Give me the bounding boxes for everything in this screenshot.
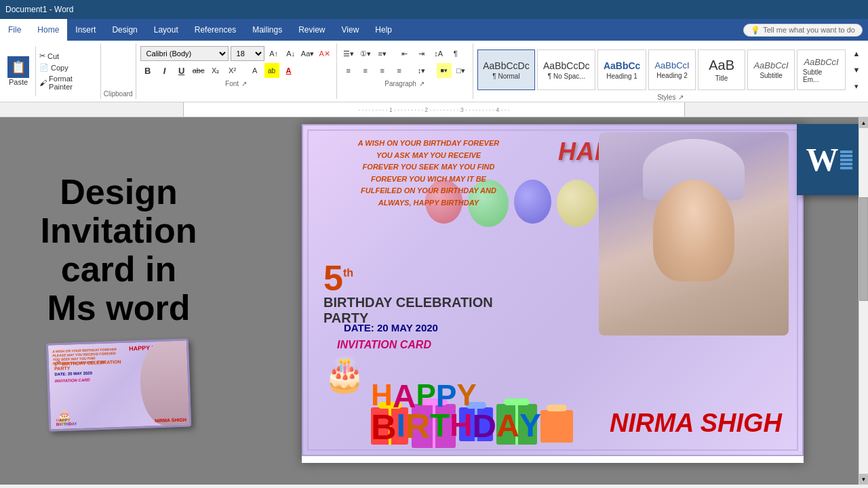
clipboard-mini: ✂ Cut 📄 Copy 🖌 Format Painter: [37, 46, 96, 96]
align-left-button[interactable]: ≡: [341, 63, 356, 78]
word-w-letter: W: [806, 141, 839, 178]
date-text: DATE: 20 MAY 2020: [344, 322, 438, 333]
style-heading2-label: Heading 2: [656, 72, 688, 79]
thumb-5th: 5th BIRTHDAY CELEBRATIONPARTY: [54, 358, 121, 371]
document-area[interactable]: HAPPY BIRTHDAY A WISH ON YOUR BIRTHDAY F…: [237, 117, 868, 485]
text-effects-button[interactable]: A: [248, 63, 262, 78]
sort-button[interactable]: ↕A: [431, 46, 446, 61]
menu-view[interactable]: View: [334, 19, 368, 41]
style-title[interactable]: AaB Title: [698, 49, 745, 90]
styles-group: AaBbCcDc ¶ Normal AaBbCcDc ¶ No Spac... …: [473, 43, 868, 99]
scroll-thumb[interactable]: [859, 197, 868, 301]
styles-scroll-down[interactable]: ▼: [849, 62, 864, 77]
scroll-down-button[interactable]: ▼: [859, 474, 868, 485]
highlight-color-button[interactable]: ab: [264, 63, 279, 78]
decrease-indent-button[interactable]: ⇤: [397, 46, 412, 61]
thumb-hb-bottom: HAPPY BIRTHDAY: [56, 418, 77, 427]
fifth-birthday: 5th BIRTHDAY CELEBRATIONPARTY: [323, 258, 493, 326]
cut-button[interactable]: ✂ Cut: [37, 51, 96, 61]
font-row-1: Calibri (Body) 18 A↑ A↓ Aa▾ A✕: [140, 46, 332, 61]
border-button[interactable]: □▾: [454, 63, 469, 78]
menu-bar: File Home Insert Design Layout Reference…: [0, 19, 868, 41]
style-no-spacing-preview: AaBbCcDc: [543, 60, 589, 71]
style-heading2[interactable]: AaBbCcI Heading 2: [648, 49, 696, 90]
paste-label: Paste: [9, 78, 28, 86]
thumb-invitation: INVITATION CARD: [55, 378, 90, 384]
scroll-up-button[interactable]: ▲: [859, 117, 868, 128]
copy-label: Copy: [51, 64, 68, 72]
style-no-spacing-label: ¶ No Spac...: [548, 73, 585, 80]
menu-insert[interactable]: Insert: [67, 19, 104, 41]
style-subtitle[interactable]: AaBbCcI Subtitle: [747, 49, 795, 90]
clear-formatting-button[interactable]: A✕: [317, 46, 332, 61]
strikethrough-button[interactable]: abc: [191, 63, 206, 78]
bold-button[interactable]: B: [140, 63, 155, 78]
thumb-photo: [139, 341, 189, 426]
underline-button[interactable]: U: [174, 63, 189, 78]
thumbnail-card: A WISH ON YOUR BIRTHDAY FOREVERPLEASE MA…: [46, 339, 191, 432]
copy-button[interactable]: 📄 Copy: [37, 62, 96, 73]
menu-home[interactable]: Home: [29, 19, 67, 41]
thumb-date: DATE: 20 MAY 2020: [54, 371, 92, 377]
cake-emoji: 🎂: [323, 354, 366, 394]
superscript-button[interactable]: X²: [225, 63, 240, 78]
style-subtitle-label: Subtitle: [760, 72, 782, 79]
menu-file[interactable]: File: [0, 19, 29, 41]
style-no-spacing[interactable]: AaBbCcDc ¶ No Spac...: [537, 49, 595, 90]
change-case-button[interactable]: Aa▾: [300, 46, 315, 61]
styles-expand[interactable]: ▾: [849, 79, 864, 94]
ruler: · · · · · · · · · 1 · · · · · · · · · 2 …: [0, 102, 868, 117]
justify-button[interactable]: ≡: [392, 63, 407, 78]
sidebar-title: Design Invitation card in Ms word: [40, 173, 197, 328]
font-group: Calibri (Body) 18 A↑ A↓ Aa▾ A✕ B I U abc…: [136, 43, 337, 99]
font-expand-icon[interactable]: ↗: [241, 80, 247, 87]
menu-review[interactable]: Review: [290, 19, 333, 41]
align-center-button[interactable]: ≡: [358, 63, 373, 78]
paragraph-expand-icon[interactable]: ↗: [419, 80, 425, 87]
word-logo-inner: W: [806, 141, 852, 178]
vertical-scrollbar[interactable]: ▲ ▼: [859, 117, 868, 485]
fifth-number: 5: [323, 258, 343, 298]
sidebar-line3: card in: [61, 249, 177, 289]
shading-button[interactable]: ■▾: [437, 63, 452, 78]
line-spacing-button[interactable]: ↕▾: [414, 63, 429, 78]
style-subtle-em[interactable]: AaBbCcI Subtle Em...: [797, 49, 846, 90]
paste-button[interactable]: 📋 Paste: [4, 46, 36, 96]
scroll-track[interactable]: [859, 128, 868, 474]
font-color-button[interactable]: A: [281, 63, 296, 78]
bullets-button[interactable]: ☰▾: [341, 46, 356, 61]
menu-design[interactable]: Design: [104, 19, 145, 41]
increase-indent-button[interactable]: ⇥: [414, 46, 429, 61]
font-group-label: Font ↗: [140, 80, 332, 87]
tell-me-bar[interactable]: 💡 Tell me what you want to do: [743, 24, 863, 37]
format-painter-label: Format Painter: [49, 75, 94, 91]
styles-expand-icon[interactable]: ↗: [678, 94, 684, 101]
italic-button[interactable]: I: [157, 63, 172, 78]
menu-help[interactable]: Help: [367, 19, 400, 41]
styles-scroll-up[interactable]: ▲: [849, 46, 864, 61]
word-document: HAPPY BIRTHDAY A WISH ON YOUR BIRTHDAY F…: [302, 124, 804, 463]
word-lines-icon: [840, 150, 852, 169]
paragraph-group-label: Paragraph ↗: [341, 80, 469, 87]
format-painter-button[interactable]: 🖌 Format Painter: [37, 74, 96, 92]
style-title-label: Title: [715, 75, 728, 82]
copy-icon: 📄: [39, 63, 49, 72]
font-row-2: B I U abc X₂ X² A ab A: [140, 63, 332, 78]
menu-references[interactable]: References: [186, 19, 244, 41]
poem-text: A WISH ON YOUR BIRTHDAY FOREVER YOU ASK …: [323, 138, 534, 209]
subscript-button[interactable]: X₂: [208, 63, 223, 78]
menu-mailings[interactable]: Mailings: [244, 19, 290, 41]
font-size-select[interactable]: 18: [231, 46, 264, 61]
decrease-font-button[interactable]: A↓: [283, 46, 298, 61]
increase-font-button[interactable]: A↑: [267, 46, 281, 61]
font-family-select[interactable]: Calibri (Body): [140, 46, 229, 61]
style-heading1[interactable]: AaBbCc Heading 1: [597, 49, 646, 90]
show-formatting-button[interactable]: ¶: [448, 46, 463, 61]
align-right-button[interactable]: ≡: [375, 63, 390, 78]
style-heading2-preview: AaBbCcI: [654, 60, 689, 70]
style-normal[interactable]: AaBbCcDc ¶ Normal: [477, 49, 536, 90]
menu-layout[interactable]: Layout: [146, 19, 186, 41]
format-painter-icon: 🖌: [39, 79, 47, 87]
numbering-button[interactable]: ①▾: [358, 46, 373, 61]
multilevel-list-button[interactable]: ≡▾: [375, 46, 390, 61]
